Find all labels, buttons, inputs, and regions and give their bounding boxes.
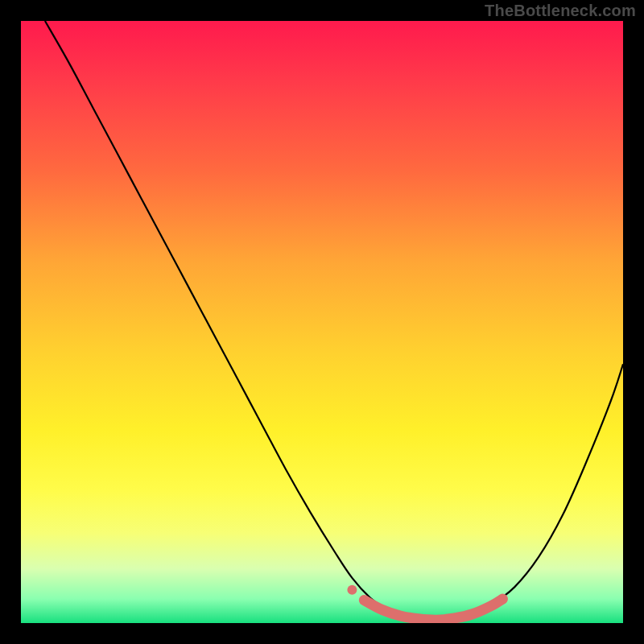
svg-point-0: [347, 585, 357, 595]
watermark-text: TheBottleneck.com: [485, 2, 636, 20]
chart-frame: TheBottleneck.com: [0, 0, 644, 644]
highlight-markers: [21, 21, 623, 623]
